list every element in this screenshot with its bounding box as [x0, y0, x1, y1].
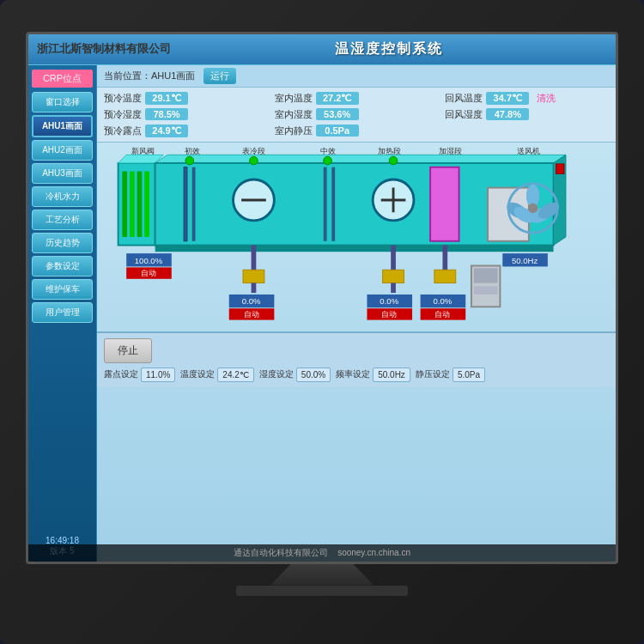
param-static-pressure: 室内静压 0.5Pa	[275, 125, 439, 137]
setting-temp: 温度设定 24.2℃	[180, 368, 253, 382]
top-bar: 浙江北斯智制材料有限公司 温湿度控制系统	[28, 34, 616, 65]
svg-text:自动: 自动	[381, 309, 397, 318]
sidebar-item-ahu3[interactable]: AHU3画面	[32, 163, 93, 184]
company-name: 浙江北斯智制材料有限公司	[37, 41, 171, 57]
svg-rect-40	[556, 163, 564, 173]
monitor-base	[236, 586, 408, 596]
svg-rect-42	[243, 270, 264, 283]
setting-frequency: 频率设定 50.0Hz	[336, 368, 410, 382]
sidebar-item-history[interactable]: 历史趋势	[32, 233, 93, 253]
svg-point-22	[250, 156, 258, 165]
svg-rect-51	[474, 286, 498, 295]
svg-rect-48	[434, 270, 456, 283]
watermark-bar: 通达自动化科技有限公司 sooney.cn.china.cn	[28, 544, 616, 562]
svg-rect-15	[155, 245, 554, 252]
sidebar-item-window[interactable]: 窗口选择	[32, 92, 93, 112]
stop-button[interactable]: 停止	[104, 338, 152, 363]
svg-point-25	[324, 156, 332, 165]
svg-rect-23	[324, 167, 327, 240]
main-content: CRP位点 窗口选择 AHU1画面 AHU2画面 AHU3画面 冷机水力 工艺分…	[28, 65, 616, 562]
svg-text:自动: 自动	[434, 309, 450, 318]
svg-rect-9	[122, 171, 127, 237]
param-return-temp: 回风温度 34.7℃ 清洗	[445, 92, 609, 105]
svg-rect-24	[331, 167, 335, 240]
svg-text:0.0%: 0.0%	[380, 296, 398, 306]
sidebar-item-maintenance[interactable]: 维护保车	[32, 279, 93, 300]
param-precool-humidity: 预冷湿度 78.5%	[104, 108, 268, 121]
setting-dewpoint: 露点设定 11.0%	[104, 368, 175, 382]
svg-text:自动: 自动	[244, 309, 259, 318]
svg-text:0.0%: 0.0%	[242, 296, 261, 306]
param-indoor-temp: 室内温度 27.2℃	[275, 92, 439, 105]
sidebar-section-title: CRP位点	[32, 70, 93, 88]
ahu-diagram: 新风阀 初效 表冷段 中效 加热段 加湿段 送风机	[97, 143, 616, 331]
info-bar: 当前位置：AHU1画面 运行	[97, 65, 616, 88]
svg-text:0.0%: 0.0%	[434, 296, 453, 306]
ahu-svg: 新风阀 初效 表冷段 中效 加热段 加湿段 送风机	[97, 143, 616, 331]
svg-rect-43	[252, 283, 257, 292]
svg-rect-17	[184, 167, 187, 240]
param-indoor-humidity: 室内湿度 53.6%	[275, 108, 439, 121]
svg-rect-10	[130, 171, 135, 237]
svg-marker-13	[155, 155, 566, 163]
sidebar: CRP位点 窗口选择 AHU1画面 AHU2画面 AHU3画面 冷机水力 工艺分…	[28, 65, 97, 562]
param-return-humidity: 回风湿度 47.8%	[445, 108, 609, 121]
params-area: 预冷温度 29.1℃ 室内温度 27.2℃ 回风温度 34.7℃ 清洗 预冷湿	[97, 88, 616, 143]
sidebar-item-ahu2[interactable]: AHU2画面	[32, 140, 93, 161]
svg-rect-50	[474, 268, 498, 283]
param-precool-temp: 预冷温度 29.1℃	[104, 92, 268, 105]
svg-point-39	[528, 203, 538, 212]
settings-row: 露点设定 11.0% 温度设定 24.2℃ 湿度设定 50.0% 频率设定	[104, 368, 609, 382]
sidebar-item-ahu1[interactable]: AHU1画面	[32, 115, 93, 137]
svg-rect-29	[430, 167, 459, 240]
sidebar-item-params[interactable]: 参数设定	[32, 256, 93, 276]
svg-text:100.0%: 100.0%	[135, 255, 163, 264]
sidebar-item-users[interactable]: 用户管理	[32, 302, 93, 323]
svg-point-19	[185, 156, 194, 165]
svg-rect-11	[137, 171, 143, 237]
param-precool-dewpoint: 预冷露点 24.9℃	[104, 125, 268, 137]
svg-text:自动: 自动	[141, 268, 156, 276]
monitor-stand	[270, 564, 374, 586]
bottom-panel: 停止 露点设定 11.0% 温度设定 24.2℃ 湿度设定 50.0%	[97, 331, 616, 387]
svg-rect-12	[144, 171, 149, 237]
location-text: 当前位置：AHU1画面	[104, 70, 195, 82]
setting-pressure: 静压设定 5.0Pa	[416, 368, 485, 382]
monitor-screen: 浙江北斯智制材料有限公司 温湿度控制系统 CRP位点 窗口选择 AHU1画面 A…	[26, 32, 618, 564]
monitor-frame: 浙江北斯智制材料有限公司 温湿度控制系统 CRP位点 窗口选择 AHU1画面 A…	[0, 0, 644, 644]
svg-rect-45	[383, 270, 404, 283]
sidebar-item-process[interactable]: 工艺分析	[32, 210, 93, 230]
svg-rect-46	[391, 283, 396, 292]
system-title: 温湿度控制系统	[335, 40, 443, 58]
param-empty	[445, 125, 609, 137]
sidebar-item-cooling[interactable]: 冷机水力	[32, 186, 93, 207]
svg-point-30	[389, 156, 398, 165]
status-button[interactable]: 运行	[204, 68, 236, 84]
svg-text:50.0Hz: 50.0Hz	[512, 255, 538, 264]
svg-rect-18	[192, 167, 196, 240]
setting-humidity: 湿度设定 50.0%	[259, 368, 331, 382]
right-panel: 当前位置：AHU1画面 运行 预冷温度 29.1℃ 室内温度 27.2℃	[97, 65, 616, 562]
